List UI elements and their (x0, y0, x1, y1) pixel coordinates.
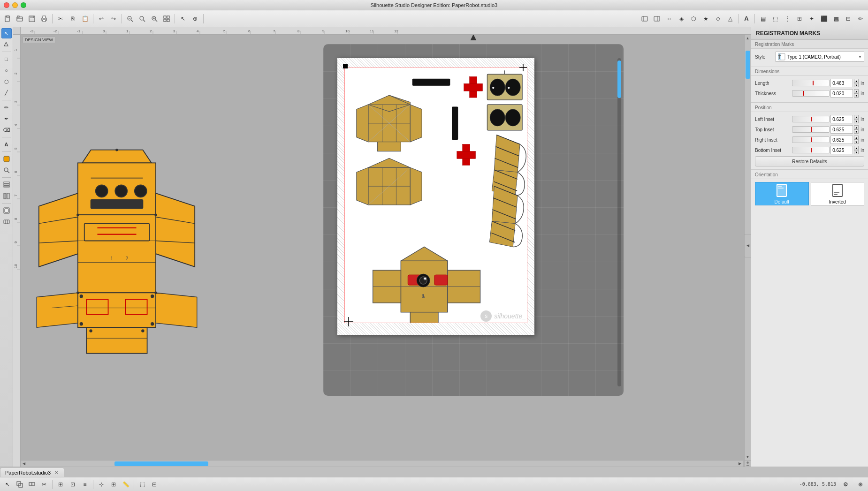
panel-btn-1[interactable] (639, 13, 650, 24)
inverted-orientation-btn[interactable]: Inverted (811, 182, 865, 205)
panel-btn-7[interactable]: ◇ (712, 13, 723, 24)
style-dropdown[interactable]: Type 1 (CAMEO, Portrait) ▼ (776, 52, 864, 62)
undo-button[interactable]: ↩ (96, 13, 107, 24)
copy-button[interactable]: ⎘ (67, 13, 78, 24)
paste-button[interactable]: 📋 (79, 13, 91, 24)
maximize-button[interactable] (21, 2, 26, 8)
thickness-value[interactable]: 0.020 (830, 89, 853, 98)
h-scroll-thumb[interactable] (114, 461, 208, 466)
pointer-btn[interactable]: ↖ (177, 13, 189, 24)
library-btn[interactable] (1, 191, 12, 201)
canvas-area[interactable]: -3 -2 -1 0 1 2 3 4 5 6 7 (13, 27, 751, 467)
bottom-inset-value[interactable]: 0.625 (830, 146, 853, 154)
panel-collapse-btn[interactable]: ◀ (744, 234, 751, 257)
bottom-inset-down[interactable]: ▼ (854, 150, 859, 154)
right-btn-6[interactable]: ⬛ (818, 13, 830, 24)
right-inset-value[interactable]: 0.625 (830, 136, 853, 144)
select-tool[interactable]: ↖ (1, 28, 12, 38)
left-inset-slider[interactable] (792, 116, 830, 122)
left-inset-up[interactable]: ▲ (854, 115, 859, 119)
bottom-inset-up[interactable]: ▲ (854, 146, 859, 150)
top-inset-stepper[interactable]: ▲ ▼ (854, 125, 859, 134)
thickness-stepper[interactable]: ▲ ▼ (854, 89, 859, 98)
bottom-btn-1[interactable]: ⬚ (137, 479, 148, 490)
redo-button[interactable]: ↪ (108, 13, 119, 24)
save-button[interactable] (26, 13, 38, 24)
layers-btn[interactable] (1, 180, 12, 190)
panel-btn-2[interactable] (651, 13, 662, 24)
length-slider[interactable] (792, 80, 830, 86)
scroll-down-arrow[interactable]: ▼ (745, 453, 751, 460)
send-cut-btn[interactable] (1, 205, 12, 216)
right-btn-2[interactable]: ⬚ (769, 13, 781, 24)
right-inset-down[interactable]: ▼ (854, 140, 859, 144)
tab-0-close[interactable]: ✕ (53, 470, 59, 476)
cut-button[interactable]: ✂ (55, 13, 66, 24)
top-inset-slider[interactable] (792, 126, 830, 133)
scroll-left-arrow[interactable]: ◀ (21, 461, 27, 467)
bottom-align-btn[interactable]: ≡ (79, 479, 91, 490)
length-up[interactable]: ▲ (854, 79, 859, 83)
scroll-corner[interactable] (744, 460, 751, 467)
panel-btn-5[interactable]: ⬡ (688, 13, 699, 24)
pencil-tool[interactable]: ✏ (1, 102, 12, 113)
bottom-transform-btn[interactable]: ⊡ (67, 479, 78, 490)
zoom-actual-button[interactable] (137, 13, 148, 24)
thickness-down[interactable]: ▼ (854, 93, 859, 98)
length-down[interactable]: ▼ (854, 83, 859, 87)
right-btn-9[interactable]: ✏ (855, 13, 866, 24)
line-tool[interactable]: ╱ (1, 88, 12, 98)
panel-btn-4[interactable]: ◈ (676, 13, 687, 24)
new-button[interactable] (2, 13, 13, 24)
right-btn-3[interactable]: ⋮ (782, 13, 793, 24)
panel-btn-3[interactable]: ○ (663, 13, 675, 24)
bottom-grid-btn[interactable]: ⊞ (108, 479, 119, 490)
v-scroll-thumb[interactable] (746, 51, 750, 79)
settings-btn-2[interactable]: ⊕ (855, 479, 866, 490)
eraser-tool[interactable]: ⌫ (1, 125, 12, 135)
style-dropdown-arrow[interactable]: ▼ (858, 55, 862, 59)
media-btn[interactable] (1, 217, 12, 227)
panel-btn-6[interactable]: ★ (700, 13, 711, 24)
scroll-right-arrow[interactable]: ▶ (737, 461, 743, 467)
polygon-tool[interactable]: ⬡ (1, 76, 12, 87)
bottom-inset-stepper[interactable]: ▲ ▼ (854, 146, 859, 154)
left-inset-down[interactable]: ▼ (854, 119, 859, 123)
pen-tool[interactable]: ✒ (1, 113, 12, 124)
right-inset-up[interactable]: ▲ (854, 136, 859, 140)
thickness-slider[interactable] (792, 90, 830, 97)
zoom-fit-button[interactable] (161, 13, 172, 24)
left-inset-value[interactable]: 0.625 (830, 115, 853, 123)
node-tool[interactable] (1, 39, 12, 50)
zoom-tool[interactable] (1, 165, 12, 175)
tab-0[interactable]: PaperRobot.studio3 ✕ (0, 468, 64, 477)
bottom-btn-2[interactable]: ⊟ (149, 479, 160, 490)
settings-btn[interactable]: ⚙ (840, 479, 851, 490)
top-inset-value[interactable]: 0.625 (830, 125, 853, 134)
restore-defaults-button[interactable]: Restore Defaults (755, 156, 864, 166)
fill-tool[interactable] (1, 154, 12, 164)
bottom-inset-slider[interactable] (792, 147, 830, 153)
left-inset-stepper[interactable]: ▲ ▼ (854, 115, 859, 123)
bottom-group-btn[interactable] (14, 479, 25, 490)
print-button[interactable] (38, 13, 50, 24)
right-inset-stepper[interactable]: ▲ ▼ (854, 136, 859, 144)
crosshair-btn[interactable]: ⊕ (190, 13, 201, 24)
length-value[interactable]: 0.463 (830, 79, 853, 87)
default-orientation-btn[interactable]: Default (755, 182, 809, 205)
text-btn[interactable]: A (741, 13, 752, 24)
bottom-snap-btn[interactable]: ⊹ (96, 479, 107, 490)
close-button[interactable] (4, 2, 9, 8)
scroll-up-arrow[interactable]: ▲ (745, 35, 751, 41)
text-tool[interactable]: A (1, 139, 12, 150)
right-btn-4[interactable]: ⊞ (794, 13, 805, 24)
minimize-button[interactable] (12, 2, 18, 8)
ellipse-tool[interactable]: ○ (1, 65, 12, 76)
rectangle-tool[interactable]: □ (1, 54, 12, 64)
zoom-out-button[interactable] (124, 13, 136, 24)
right-btn-7[interactable]: ▩ (830, 13, 842, 24)
bottom-ruler-btn[interactable]: 📏 (120, 479, 131, 490)
length-stepper[interactable]: ▲ ▼ (854, 79, 859, 87)
right-btn-5[interactable]: ✦ (806, 13, 817, 24)
horizontal-scrollbar[interactable]: ◀ ▶ (21, 460, 743, 467)
